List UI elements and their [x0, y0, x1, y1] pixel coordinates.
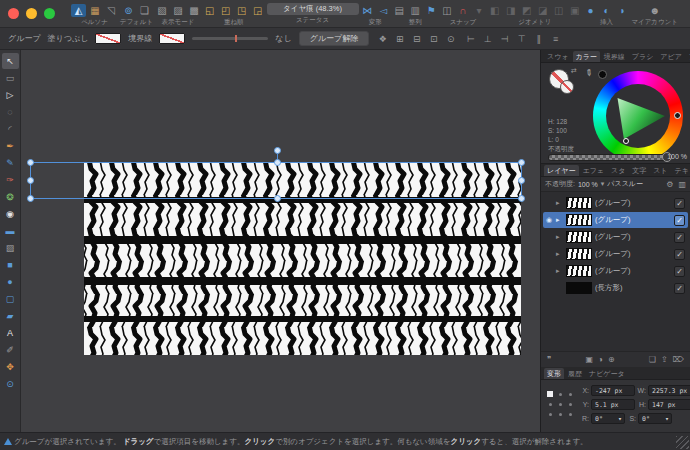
align-left-icon[interactable]: ▤ — [392, 4, 406, 17]
selection-handle-top-center[interactable] — [274, 159, 281, 166]
visibility-checkbox[interactable]: ✓ — [674, 266, 685, 277]
selection-handle-bottom-right[interactable] — [518, 195, 525, 202]
panel-tab[interactable]: 履歴 — [565, 368, 585, 379]
opacity-slider[interactable] — [548, 154, 668, 161]
boolean-subtract-icon[interactable]: ◨ — [504, 4, 518, 17]
selection-handle-bottom-center[interactable] — [274, 195, 281, 202]
transparency-tool[interactable]: ▨ — [2, 240, 19, 256]
align-top-icon[interactable]: ▥ — [408, 4, 422, 17]
panel-tab[interactable]: テキ — [672, 165, 690, 176]
move-into-icon[interactable]: ⇪ — [661, 355, 668, 364]
panel-tab[interactable]: アピア — [657, 51, 685, 62]
distribute-horizontal-icon[interactable]: ∥ — [532, 34, 545, 44]
panel-tab[interactable]: カラー — [573, 51, 600, 62]
text-tool[interactable]: A — [2, 325, 19, 341]
retina-view-icon[interactable]: ▩ — [187, 4, 201, 17]
layer-row-group[interactable]: ▸ (グループ) ✓ — [543, 229, 688, 245]
move-tool[interactable]: ↖ — [2, 53, 19, 69]
snapping-dropdown-icon[interactable]: ▾ — [472, 4, 486, 17]
view-tool[interactable]: ✥ — [2, 359, 19, 375]
synchronise-defaults-icon[interactable]: ⊚ — [121, 4, 135, 17]
pixel-persona-icon[interactable]: ▦ — [88, 4, 102, 17]
cycle-selection-icon[interactable]: ⊙ — [444, 34, 457, 44]
flip-vertical-icon[interactable]: ◅ — [376, 4, 390, 17]
rotation-select[interactable]: 0°▾ — [591, 413, 625, 424]
snapping-magnet-icon[interactable]: ∩ — [456, 4, 470, 17]
h-field[interactable]: 147 px — [648, 399, 690, 410]
fill-swatch[interactable] — [95, 33, 121, 44]
tread-band-4[interactable] — [84, 285, 521, 316]
panel-tab[interactable]: 変形 — [544, 368, 564, 379]
ellipse-tool[interactable]: ● — [2, 274, 19, 290]
vector-view-icon[interactable]: ▧ — [155, 4, 169, 17]
anchor-point-selector[interactable] — [547, 391, 574, 430]
selection-handle-top-right[interactable] — [518, 159, 525, 166]
rectangle-tool[interactable]: ■ — [2, 257, 19, 273]
panel-tab[interactable]: アセッ — [686, 51, 690, 62]
align-top-edge-icon[interactable]: ⊤ — [515, 34, 528, 44]
panel-tab[interactable]: ナビゲータ — [586, 368, 628, 379]
visibility-checkbox[interactable]: ✓ — [674, 198, 685, 209]
boolean-divide-icon[interactable]: ◪ — [536, 4, 550, 17]
layer-row-group-selected[interactable]: ◉ ▸ (グループ) ✓ — [543, 212, 688, 228]
panel-tab[interactable]: 境界線 — [601, 51, 628, 62]
panel-tab[interactable]: スト — [650, 165, 670, 176]
panel-tab[interactable]: エフェ — [580, 165, 608, 176]
insert-top-icon[interactable]: ◐ — [600, 4, 614, 17]
panel-tab[interactable]: スウォ — [544, 51, 572, 62]
style-picker-tool[interactable]: ✐ — [2, 342, 19, 358]
rotation-handle[interactable] — [274, 147, 281, 154]
layer-row-group[interactable]: ▸ (グループ) ✓ — [543, 263, 688, 279]
pixel-view-icon[interactable]: ▨ — [171, 4, 185, 17]
selection-box[interactable] — [30, 162, 522, 199]
move-to-back-icon[interactable]: ◱ — [203, 4, 217, 17]
visibility-checkbox[interactable]: ✓ — [674, 249, 685, 260]
align-bottom-icon[interactable]: ⊥ — [481, 34, 494, 44]
new-layer-icon[interactable]: ❏ — [649, 355, 656, 364]
show-orientation-icon[interactable]: ⊡ — [427, 34, 440, 44]
zoom-window-button[interactable] — [44, 8, 55, 19]
saturation-marker[interactable] — [623, 138, 629, 144]
pen-tool[interactable]: ✒ — [2, 138, 19, 154]
fill-tool[interactable]: ◉ — [2, 206, 19, 222]
corner-tool[interactable]: ◜ — [2, 121, 19, 137]
tread-band-5[interactable] — [84, 322, 521, 355]
layer-opacity-value[interactable]: 100 % — [578, 181, 598, 188]
lock-icon[interactable]: ▥ — [678, 180, 686, 189]
document-status[interactable]: タイヤ痕 (48.3%) — [267, 3, 359, 15]
panel-tab[interactable]: 文字 — [629, 165, 649, 176]
visibility-checkbox[interactable]: ✓ — [674, 283, 685, 294]
transform-objects-separately-icon[interactable]: ⊞ — [393, 34, 406, 44]
forward-one-icon[interactable]: ◳ — [235, 4, 249, 17]
gear-icon[interactable]: ⚙ — [666, 180, 673, 189]
boolean-add-icon[interactable]: ◧ — [488, 4, 502, 17]
tread-band-3[interactable] — [84, 244, 521, 277]
align-left-edge-icon[interactable]: ⊢ — [464, 34, 477, 44]
layer-row-group[interactable]: ▸ (グループ) ✓ — [543, 195, 688, 211]
mask-layer-icon[interactable]: ▣ — [586, 355, 594, 364]
y-field[interactable]: 5.1 px — [591, 399, 635, 410]
canvas[interactable] — [21, 50, 540, 432]
move-to-front-icon[interactable]: ◲ — [251, 4, 265, 17]
zoom-tool[interactable]: ⊙ — [2, 376, 19, 392]
boolean-combine-icon[interactable]: ◫ — [552, 4, 566, 17]
contour-tool[interactable]: ◌ — [2, 104, 19, 120]
minimize-window-button[interactable] — [26, 8, 37, 19]
artboard-tool[interactable]: ▭ — [2, 70, 19, 86]
panel-tab[interactable]: ブラシ — [629, 51, 657, 62]
panel-tab[interactable]: レイヤー — [544, 165, 579, 176]
alignment-options-icon[interactable]: ⚑ — [424, 4, 438, 17]
panel-tab[interactable]: スタ — [608, 165, 628, 176]
expand-caret-icon[interactable]: ▸ — [556, 199, 563, 207]
layer-opacity-caret-icon[interactable]: ▾ — [601, 180, 605, 188]
stroke-colour-well[interactable] — [560, 80, 574, 94]
comment-icon[interactable]: ❞ — [547, 355, 551, 364]
rotation-centre-icon[interactable]: ❖ — [376, 34, 389, 44]
w-field[interactable]: 2257.3 px — [648, 385, 690, 396]
stroke-width-slider[interactable] — [192, 37, 268, 40]
expand-caret-icon[interactable]: ▸ — [556, 233, 563, 241]
vector-brush-tool[interactable]: ✑ — [2, 172, 19, 188]
color-triangle[interactable] — [606, 84, 670, 148]
effects-icon[interactable]: ⊕ — [608, 355, 615, 364]
visibility-checkbox[interactable]: ✓ — [674, 215, 685, 226]
